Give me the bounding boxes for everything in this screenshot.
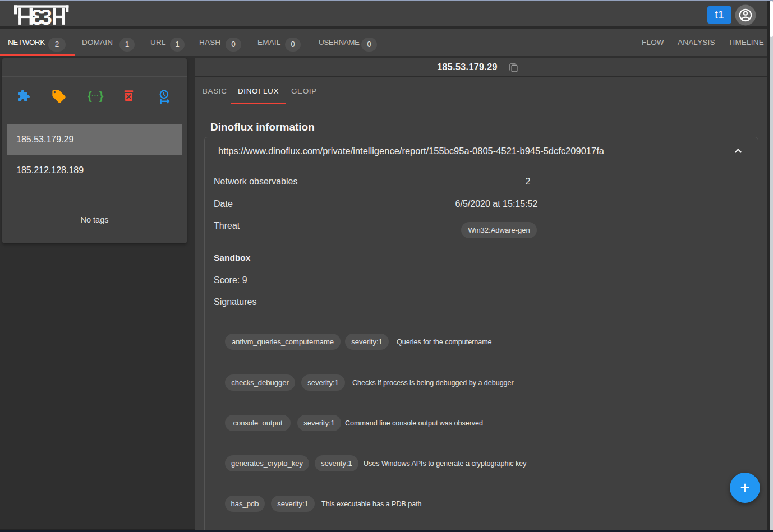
svg-text:3: 3 <box>40 5 52 26</box>
